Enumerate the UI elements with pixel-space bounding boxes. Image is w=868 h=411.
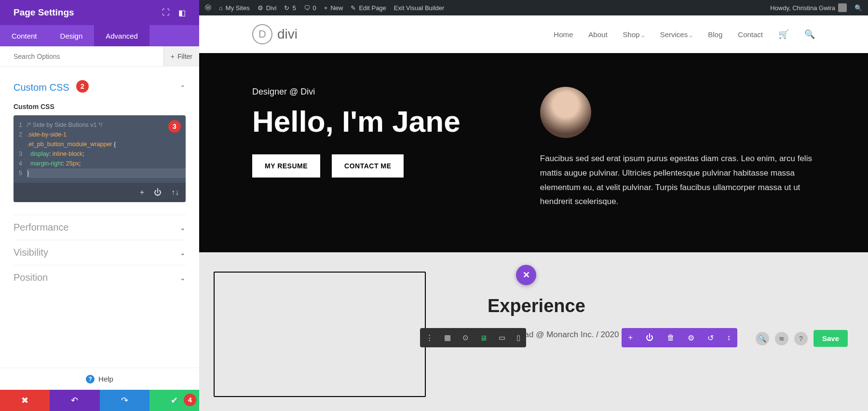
chevron-down-icon: ⌄ [180, 224, 186, 232]
position-title: Position [14, 272, 48, 283]
hero-paragraph: Faucibus sed sed erat ipsum purus egesta… [540, 151, 815, 209]
wp-mysites[interactable]: ⌂ My Sites [219, 4, 250, 12]
row-history-icon[interactable]: ↺ [707, 333, 714, 342]
wp-updates-count: 5 [292, 4, 296, 12]
badge-2: 2 [76, 80, 89, 93]
nav-services[interactable]: Services [660, 30, 693, 39]
code-editor[interactable]: 3 1/* Side by Side Buttons v1 */2.side-b… [14, 115, 186, 202]
bottom-help-icon[interactable]: ? [794, 332, 808, 345]
logo-text: divi [277, 27, 298, 42]
wp-howdy[interactable]: Howdy, Christina Gwira [770, 3, 847, 12]
zoom-icon[interactable]: ⊙ [462, 333, 469, 342]
desktop-icon[interactable]: 🖥 [480, 334, 487, 342]
logo-icon: D [252, 24, 272, 44]
search-icon[interactable]: 🔍 [804, 29, 815, 40]
row-sort-icon[interactable]: ↕ [727, 333, 731, 342]
search-input[interactable] [0, 53, 163, 60]
site-logo[interactable]: D divi [252, 24, 298, 44]
expand-icon[interactable]: ⛶ [162, 8, 170, 17]
cart-icon[interactable]: 🛒 [778, 29, 789, 40]
close-bubble[interactable]: ✕ [516, 265, 536, 285]
check-icon: ✔ [171, 395, 178, 406]
wp-updates[interactable]: ↻ 5 [284, 4, 296, 12]
tab-design[interactable]: Design [49, 25, 95, 46]
experience-title-text: Experience [488, 296, 585, 316]
nav-home[interactable]: Home [554, 30, 573, 39]
undo-button[interactable]: ↶ [50, 390, 99, 411]
bottom-layers-icon[interactable]: ≋ [775, 332, 788, 345]
accordion-visibility[interactable]: Visibility ⌄ [14, 240, 186, 265]
badge-3: 3 [168, 120, 181, 133]
filter-label: Filter [177, 53, 192, 60]
bottom-search-icon[interactable]: 🔍 [756, 332, 769, 345]
experience-card [214, 272, 426, 397]
resume-button[interactable]: MY RESUME [252, 154, 320, 178]
tab-advanced[interactable]: Advanced [94, 25, 149, 46]
custom-css-title: Custom CSS [14, 82, 69, 93]
wp-new[interactable]: + New [324, 4, 343, 12]
hero-tagline: Designer @ Divi [252, 87, 511, 97]
discard-button[interactable]: ✖ [0, 390, 50, 411]
wp-logo-icon[interactable]: ⓦ [205, 3, 211, 12]
wp-edit-label: Edit Page [359, 4, 386, 12]
accordion-position[interactable]: Position ⌄ [14, 265, 186, 290]
confirm-button[interactable]: ✔ 4 [149, 390, 199, 411]
panel-icon[interactable]: ◧ [178, 8, 186, 17]
row-settings-icon[interactable]: ⚙ [688, 333, 694, 342]
nav-blog[interactable]: Blog [708, 30, 722, 39]
wp-search-icon[interactable]: 🔍 [854, 4, 862, 12]
wp-edit[interactable]: ✎ Edit Page [351, 4, 386, 12]
code-power-icon[interactable]: ⏻ [154, 188, 162, 197]
wp-mysites-label: My Sites [226, 4, 250, 12]
close-icon: ✖ [21, 395, 28, 406]
wp-comments[interactable]: 🗨 0 [304, 4, 316, 12]
redo-icon: ↷ [121, 395, 128, 406]
custom-css-sublabel: Custom CSS [14, 103, 186, 110]
wp-howdy-label: Howdy, Christina Gwira [770, 4, 835, 12]
row-delete-icon[interactable]: 🗑 [667, 333, 675, 342]
section-toolbar[interactable]: ⋮ ▦ ⊙ 🖥 ▭ ▯ [420, 328, 526, 347]
visibility-title: Visibility [14, 247, 48, 258]
grid-icon[interactable]: ▦ [444, 333, 451, 342]
performance-title: Performance [14, 222, 69, 233]
wp-site-label: Divi [266, 4, 277, 12]
experience-title: Experience ✕ [488, 296, 815, 316]
row-add-icon[interactable]: + [628, 333, 633, 342]
code-sort-icon[interactable]: ↑↓ [171, 188, 179, 197]
mobile-icon[interactable]: ▯ [516, 333, 520, 342]
drag-icon[interactable]: ⋮ [426, 333, 433, 342]
code-add-icon[interactable]: + [140, 188, 144, 197]
page-settings-title: Page Settings [14, 7, 74, 18]
tab-content[interactable]: Content [0, 25, 49, 46]
accordion-custom-css[interactable]: Custom CSS 2 ⌃ [14, 75, 186, 100]
save-button[interactable]: Save [814, 330, 848, 347]
tablet-icon[interactable]: ▭ [499, 333, 505, 342]
wp-exit[interactable]: Exit Visual Builder [394, 4, 445, 12]
nav-contact[interactable]: Contact [738, 30, 763, 39]
plus-icon: + [171, 53, 175, 60]
wp-new-label: New [330, 4, 343, 12]
row-power-icon[interactable]: ⏻ [646, 333, 653, 342]
contact-button[interactable]: CONTACT ME [332, 154, 404, 178]
redo-button[interactable]: ↷ [100, 390, 149, 411]
badge-4: 4 [184, 394, 196, 406]
wp-comments-count: 0 [313, 4, 316, 12]
chevron-up-icon: ⌃ [180, 84, 186, 92]
wp-site[interactable]: ⚙ Divi [258, 4, 277, 12]
row-toolbar[interactable]: + ⏻ 🗑 ⚙ ↺ ↕ [622, 328, 737, 347]
help-link[interactable]: ? Help [0, 368, 199, 390]
nav-shop[interactable]: Shop [623, 30, 645, 39]
undo-icon: ↶ [71, 395, 78, 406]
hero-avatar [540, 87, 591, 138]
chevron-down-icon: ⌄ [180, 274, 186, 282]
filter-button[interactable]: + Filter [163, 46, 199, 66]
hero-headline: Hello, I'm Jane [252, 106, 511, 137]
help-label: Help [98, 375, 113, 383]
nav-about[interactable]: About [588, 30, 607, 39]
chevron-down-icon: ⌄ [180, 249, 186, 257]
accordion-performance[interactable]: Performance ⌄ [14, 215, 186, 240]
avatar [838, 3, 847, 12]
help-icon: ? [86, 375, 95, 384]
